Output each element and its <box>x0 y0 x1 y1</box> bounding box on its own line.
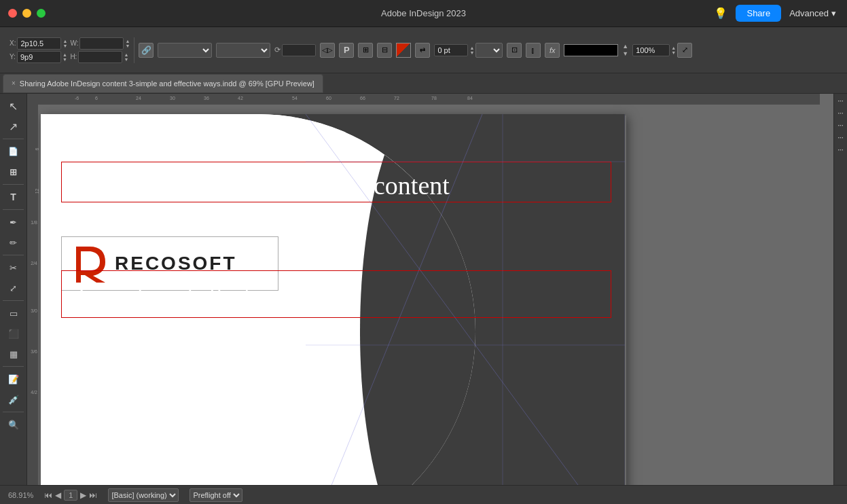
toolbar: X: ▲▼ Y: ▲▼ W: ▲▼ H: ▲▼ 🔗 <box>0 27 847 73</box>
pen-tool[interactable]: ✒ <box>4 213 23 232</box>
toolbar-divider-2 <box>3 184 24 185</box>
pencil-tool[interactable]: ✏ <box>4 233 23 252</box>
advanced-menu[interactable]: Advanced ▾ <box>789 8 836 18</box>
ruler-mark-6: 6 <box>95 96 98 101</box>
fx-icon[interactable]: fx <box>545 43 560 58</box>
direct-selection-tool[interactable]: ↗ <box>4 117 23 136</box>
resize-icon[interactable]: ⊡ <box>507 43 522 58</box>
workspace-select[interactable]: [Basic] (working) <box>108 488 179 502</box>
selection-tool[interactable]: ↖ <box>4 96 23 115</box>
x-input[interactable] <box>17 37 61 50</box>
nav-buttons-icon[interactable]: ◁▷ <box>320 43 335 58</box>
stroke-input[interactable] <box>434 44 468 56</box>
h-input[interactable] <box>78 51 122 63</box>
panels-toggle-2[interactable]: ⫶ <box>837 111 845 115</box>
chevron-down-icon: ▾ <box>831 8 836 18</box>
page-tool[interactable]: 📄 <box>4 142 23 161</box>
wh-field: W: ▲▼ H: ▲▼ <box>70 37 130 63</box>
ruler-mark-66: 66 <box>360 96 365 101</box>
eyedropper-tool[interactable]: 💉 <box>4 390 23 409</box>
gap-tool[interactable]: ⊞ <box>4 162 23 181</box>
panels-toggle-5[interactable]: ⫶ <box>837 148 845 152</box>
w-stepper[interactable]: ▲▼ <box>125 39 130 48</box>
ruler-mark-54: 54 <box>292 96 298 101</box>
x-label: X: <box>10 39 16 47</box>
fill-swatch[interactable] <box>564 44 618 56</box>
stroke-group: ▲▼ <box>434 43 503 58</box>
prev-page-button[interactable]: ◀ <box>55 490 61 500</box>
lightbulb-icon[interactable]: 💡 <box>714 7 727 20</box>
ruler-mark-72: 72 <box>394 96 399 101</box>
titlebar-actions: 💡 Share Advanced ▾ <box>714 5 847 22</box>
page-subtitle-container: 3-simple and effective ways <box>61 270 611 318</box>
gradient-tool[interactable]: ▦ <box>4 344 23 363</box>
ruler-left: 6 12 1/8 2/4 3/0 3/6 4/2 <box>27 105 38 485</box>
ruler-mark-n6: -6 <box>75 96 79 101</box>
toolbar-divider-1 <box>3 139 24 139</box>
next-page-button[interactable]: ▶ <box>80 490 86 500</box>
ruler-mark-78: 78 <box>431 96 437 101</box>
zoom-input[interactable] <box>632 44 670 56</box>
toolbar-divider-5 <box>3 300 24 301</box>
page-subheading: 3-simple and effective ways <box>62 271 611 317</box>
page-navigation: ⏮ ◀ 1 ▶ ⏭ <box>44 490 97 501</box>
zoom-tool[interactable]: 🔍 <box>4 415 23 434</box>
last-page-button[interactable]: ⏭ <box>89 490 97 500</box>
lock-proportions-icon[interactable]: 🔗 <box>139 43 154 58</box>
page-number[interactable]: 1 <box>64 490 77 501</box>
ruler-v-30: 3/0 <box>31 308 37 313</box>
ruler-v-6: 6 <box>35 148 40 151</box>
swatch-stepper[interactable]: ▲▼ <box>622 43 628 57</box>
zoom-expand-icon[interactable]: ⤢ <box>677 43 692 58</box>
transform-tool[interactable]: ⤢ <box>4 278 23 298</box>
align-left-icon[interactable]: ⊞ <box>358 43 373 58</box>
share-button[interactable]: Share <box>736 5 781 22</box>
h-stepper[interactable]: ▲▼ <box>124 52 128 62</box>
x-stepper[interactable]: ▲▼ <box>62 39 67 48</box>
ruler-mark-84: 84 <box>467 96 473 101</box>
zoom-group: ▲▼ ⤢ <box>632 43 692 58</box>
w-input[interactable] <box>79 37 124 50</box>
stroke-stepper[interactable]: ▲▼ <box>469 46 474 55</box>
page-heading: Sharing Adobe® InDesign® content <box>62 162 611 202</box>
tab-close-icon[interactable]: × <box>12 79 16 87</box>
y-input[interactable] <box>17 51 61 63</box>
minimize-button[interactable] <box>22 9 31 18</box>
zoom-stepper[interactable]: ▲▼ <box>671 46 676 55</box>
scissors-tool[interactable]: ✂ <box>4 258 23 277</box>
stroke-color-swatch[interactable] <box>396 43 411 58</box>
titlebar: Adobe InDesign 2023 💡 Share Advanced ▾ <box>0 0 847 27</box>
type-tool[interactable]: T <box>4 187 23 206</box>
toolbar-divider-6 <box>3 366 24 367</box>
toolbar-divider-7 <box>3 412 24 412</box>
toolbar-transform-group: X: ▲▼ Y: ▲▼ W: ▲▼ H: ▲▼ <box>5 37 134 63</box>
rectangle-tool[interactable]: ▭ <box>4 304 23 323</box>
y-stepper[interactable]: ▲▼ <box>62 52 67 62</box>
close-button[interactable] <box>8 9 17 18</box>
text-frame-icon[interactable]: P <box>339 43 354 58</box>
stroke-type-select[interactable] <box>475 43 503 58</box>
ruler-v-36: 3/6 <box>31 349 37 354</box>
first-page-button[interactable]: ⏮ <box>44 490 52 500</box>
ruler-v-18: 1/8 <box>31 220 37 225</box>
fill-tool[interactable]: ⬛ <box>4 324 23 343</box>
document-tab[interactable]: × Sharing Adobe InDesign content 3-simpl… <box>3 74 323 93</box>
align-icon[interactable]: ⊟ <box>377 43 392 58</box>
panels-toggle-3[interactable]: ⫶ <box>837 124 845 128</box>
canvas-area[interactable]: -6 6 24 30 36 42 54 60 66 72 78 84 6 12 … <box>27 94 833 485</box>
h-label: H: <box>70 53 77 60</box>
angle-input[interactable] <box>282 44 316 56</box>
panels-toggle-1[interactable]: ⫶ <box>837 99 845 103</box>
columns-icon[interactable]: ⫿ <box>526 43 541 58</box>
note-tool[interactable]: 📝 <box>4 370 23 389</box>
ruler-mark-42: 42 <box>238 96 243 101</box>
maximize-button[interactable] <box>37 9 46 18</box>
transform-select-2[interactable] <box>216 43 270 58</box>
preflight-select[interactable]: Preflight off <box>190 488 242 502</box>
swap-colors-icon[interactable]: ⇄ <box>415 43 430 58</box>
angle-field: ⟳ <box>274 44 316 56</box>
transform-select-1[interactable] <box>158 43 212 58</box>
panels-toggle-4[interactable]: ⫶ <box>837 136 845 140</box>
tab-label: Sharing Adobe InDesign content 3-simple … <box>20 79 314 88</box>
statusbar: 68.91% ⏮ ◀ 1 ▶ ⏭ [Basic] (working) Prefl… <box>0 485 847 504</box>
